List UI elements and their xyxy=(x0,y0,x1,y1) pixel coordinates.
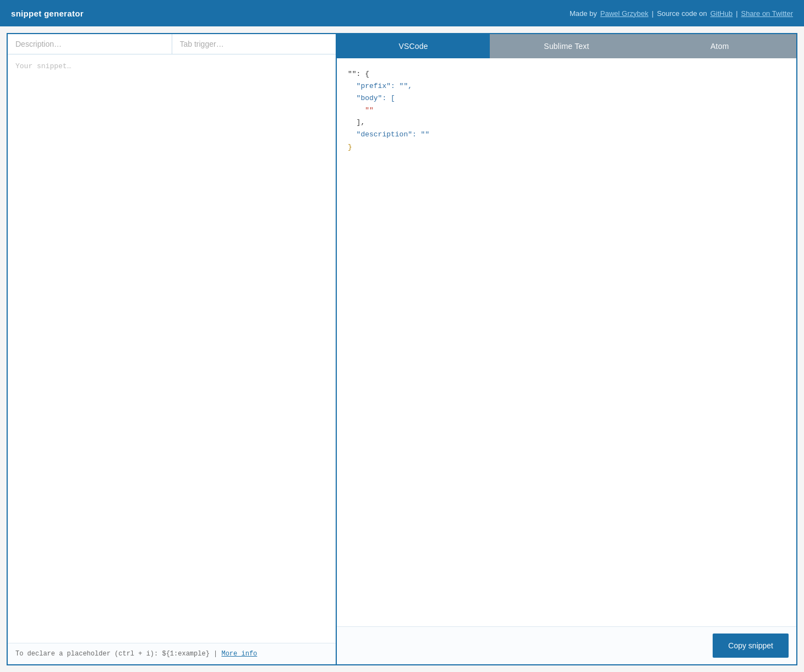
code-line-1: "prefix": "", xyxy=(348,80,785,92)
app-header: snippet generator Made by Pawel Grzybek … xyxy=(0,0,804,26)
separator-2: | xyxy=(736,9,737,18)
copy-snippet-button[interactable]: Copy snippet xyxy=(713,634,789,658)
description-input[interactable] xyxy=(8,34,172,54)
left-panel: To declare a placeholder (ctrl + i): ${1… xyxy=(7,33,337,665)
input-row xyxy=(8,34,336,54)
code-output: "": { "prefix": "", "body": [ "" ], "des… xyxy=(337,58,796,626)
github-link[interactable]: GitHub xyxy=(710,9,732,18)
footer-sep: | xyxy=(214,650,217,658)
right-panel: VSCode Sublime Text Atom "": { "prefix":… xyxy=(337,33,797,665)
tab-trigger-input[interactable] xyxy=(172,34,336,54)
right-footer: Copy snippet xyxy=(337,626,796,664)
header-links: Made by Pawel Grzybek | Source code on G… xyxy=(570,9,793,18)
tab-vscode[interactable]: VSCode xyxy=(337,34,490,58)
code-line-3: "" xyxy=(348,104,785,117)
snippet-textarea[interactable] xyxy=(8,54,336,643)
tab-atom[interactable]: Atom xyxy=(643,34,796,58)
code-line-0: "": { xyxy=(348,68,785,80)
source-code-text: Source code on xyxy=(657,9,707,18)
twitter-link[interactable]: Share on Twitter xyxy=(741,9,793,18)
tab-sublime[interactable]: Sublime Text xyxy=(490,34,643,58)
main-wrapper: To declare a placeholder (ctrl + i): ${1… xyxy=(0,26,804,672)
more-info-link[interactable]: More info xyxy=(221,650,257,658)
code-line-6: "description": "" xyxy=(348,129,785,141)
code-line-7: } xyxy=(348,141,785,153)
separator-1: | xyxy=(652,9,653,18)
code-line-2: "body": [ xyxy=(348,92,785,104)
app-title: snippet generator xyxy=(11,9,84,18)
code-line-5: ], xyxy=(348,117,785,129)
made-by-text: Made by xyxy=(570,9,597,18)
tabs-row: VSCode Sublime Text Atom xyxy=(337,34,796,58)
footer-text: To declare a placeholder (ctrl + i): ${1… xyxy=(15,650,210,658)
left-footer: To declare a placeholder (ctrl + i): ${1… xyxy=(8,643,336,664)
author-link[interactable]: Pawel Grzybek xyxy=(600,9,648,18)
